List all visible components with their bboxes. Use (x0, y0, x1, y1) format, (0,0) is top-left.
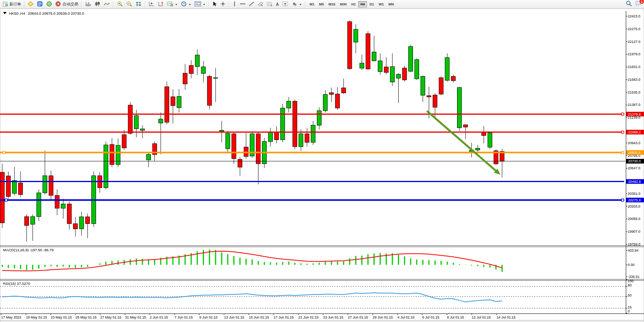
candle (457, 88, 462, 128)
candle (463, 125, 468, 127)
timeframe-h4-button[interactable]: H4 (358, 1, 367, 7)
date-label: 7 Jun 01:15 (175, 315, 193, 319)
dropdown-arrow-icon: ▼ (299, 3, 302, 6)
notifications-button[interactable]: 1 (635, 0, 642, 8)
date-label: 13 Jun 01:15 (224, 315, 244, 319)
candle (482, 133, 486, 136)
new-chart-button[interactable]: ▼ (166, 0, 179, 9)
rsi-tick-label: 50 (628, 293, 632, 297)
candle (6, 176, 10, 196)
timeframe-mn-button[interactable]: MN (387, 1, 396, 7)
timeframe-w1-button[interactable]: W1 (377, 1, 386, 7)
candle (79, 217, 84, 229)
toolbar-grip (24, 1, 25, 7)
zoom-out-button[interactable] (125, 0, 134, 9)
label-tool-button[interactable]: T (281, 0, 290, 9)
vertical-line-icon (233, 1, 236, 7)
candle (256, 134, 260, 164)
horizontal-line-tool-button[interactable] (238, 0, 247, 9)
price-tick-label: 20943.0 (628, 141, 641, 145)
candle (73, 224, 77, 229)
periods-button[interactable]: ▼ (179, 0, 193, 9)
date-label: 14 Jul 01:15 (497, 315, 516, 319)
chart-canvas[interactable]: 22423.022275.022127.021979.021831.021683… (0, 0, 644, 322)
market-watch-button[interactable] (26, 0, 35, 9)
candlestick-mode-button[interactable] (93, 0, 102, 9)
toolbar-separator (81, 1, 82, 7)
toolbar-separator (113, 1, 114, 7)
date-label: 23 May 01:15 (51, 315, 72, 319)
candle (488, 133, 492, 147)
price-level-badge-text: 20275.9 (628, 198, 641, 202)
candle (19, 183, 23, 194)
candle (390, 66, 394, 82)
candle (195, 55, 199, 66)
auto-trading-label: 自动交易 (63, 2, 78, 7)
toolbar-separator (229, 1, 230, 7)
timeframe-h1-button[interactable]: H1 (349, 1, 358, 7)
candle (12, 181, 17, 193)
candle (421, 77, 425, 95)
new-chart-icon (167, 1, 173, 7)
line-chart-mode-button[interactable] (102, 0, 111, 9)
candle (177, 96, 181, 107)
cursor-tool-button[interactable] (211, 0, 219, 9)
candle (348, 22, 352, 69)
svg-text:E: E (261, 4, 263, 7)
channel-tool-button[interactable]: E (256, 0, 265, 9)
data-window-icon (37, 1, 43, 7)
candle (165, 87, 169, 122)
price-tick-label: 21683.0 (628, 78, 641, 82)
navigator-button[interactable] (45, 0, 54, 9)
candle (86, 217, 90, 224)
level-handle[interactable] (622, 131, 624, 133)
timeframe-d1-button[interactable]: D1 (368, 1, 376, 7)
price-tick-label: 21831.0 (628, 65, 641, 69)
candle (287, 101, 291, 108)
tile-windows-button[interactable] (134, 0, 143, 9)
data-window-button[interactable] (35, 0, 45, 9)
date-label: 8 Jul 01:15 (447, 315, 464, 319)
candle (354, 29, 358, 42)
new-order-button[interactable]: 新订单 (1, 0, 22, 9)
date-label: 29 Jun 01:15 (373, 315, 393, 319)
candle (445, 58, 449, 80)
date-label: 31 May 01:15 (125, 315, 146, 319)
candle (183, 73, 187, 84)
crosshair-tool-button[interactable] (219, 0, 227, 9)
vertical-line-tool-button[interactable] (231, 0, 238, 9)
chart-title: HK50-,H4 (9, 11, 25, 15)
timeframe-m30-button[interactable]: M30 (338, 1, 349, 7)
templates-button[interactable]: ▼ (193, 0, 207, 9)
candle (305, 134, 309, 142)
level-handle[interactable] (622, 113, 624, 115)
date-label: 25 May 01:15 (75, 315, 97, 319)
auto-trading-button[interactable]: 自动交易 (54, 0, 80, 9)
auto-scroll-button[interactable] (147, 0, 156, 9)
search-icon[interactable] (626, 0, 632, 8)
trendline-tool-button[interactable] (247, 0, 256, 9)
candle (43, 176, 47, 193)
level-handle[interactable] (5, 199, 7, 201)
level-handle[interactable] (3, 151, 5, 153)
text-tool-button[interactable]: A (274, 0, 281, 9)
fibonacci-tool-button[interactable]: F (265, 0, 274, 9)
timeframe-m15-button[interactable]: M15 (327, 1, 337, 7)
chart-shift-button[interactable] (156, 0, 166, 9)
chart-ohlc-values: 20844.0 20875.0 20539.0 20730.0 (28, 11, 84, 15)
application-window: 22423.022275.022127.021979.021831.021683… (0, 0, 644, 322)
candle (159, 119, 163, 123)
chart-shift-icon (158, 1, 164, 7)
arrows-tool-button[interactable]: ▼ (290, 0, 303, 9)
cursor-icon (212, 1, 217, 7)
level-handle[interactable] (622, 151, 624, 153)
candle (0, 172, 4, 223)
candle (207, 77, 212, 106)
timeframe-m1-button[interactable]: M1 (308, 1, 317, 7)
toolbar-separator (209, 1, 209, 7)
timeframe-m5-button[interactable]: M5 (317, 1, 326, 7)
level-handle[interactable] (622, 199, 624, 201)
zoom-in-button[interactable] (115, 0, 125, 9)
price-level-badge-text: 20492.9 (628, 180, 641, 184)
bar-chart-mode-button[interactable] (84, 0, 93, 9)
